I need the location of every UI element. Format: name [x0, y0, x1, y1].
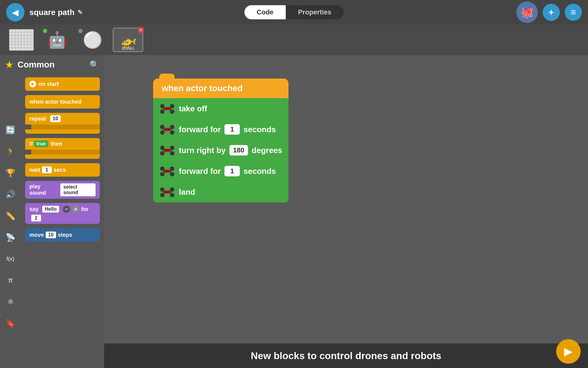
topbar: ◀ square path ✎ Code Properties 🐙 + ≡ [0, 0, 588, 25]
device-omo[interactable]: 🤖 [42, 28, 72, 52]
play-sound-label: play sound [29, 183, 58, 196]
device-sphero[interactable]: ⚪ [77, 28, 108, 52]
wait-value[interactable]: 1 [42, 167, 52, 173]
sphero-indicator [78, 29, 83, 33]
sidebar-item-variables[interactable]: ⚛ [0, 291, 21, 312]
block-when-actor-touched-label: when actor touched [29, 99, 81, 105]
stage-icon [9, 29, 34, 51]
sidebar-item-functions[interactable]: f(x) [0, 248, 21, 269]
canvas-area: when actor touched [104, 55, 588, 368]
hat-block-label: when actor touched [162, 83, 243, 93]
turn-suffix: degrees [252, 146, 282, 155]
say-plus-button[interactable]: + [72, 205, 79, 213]
omo-indicator [43, 29, 47, 33]
sidebar-icon-list: 🔄 🏃 🏆 🔊 ✏️ 📡 f(x) π ⚛ 🔖 [0, 120, 21, 368]
move-label: move [29, 232, 44, 238]
drone1-close-icon[interactable]: ✕ [138, 27, 144, 33]
device-bar: 🤖 ⚪ ✕ 🚁 drone1 [0, 25, 588, 55]
move-value[interactable]: 10 [46, 232, 56, 238]
forward2-label: forward for [179, 167, 221, 176]
wait-unit: secs [54, 167, 66, 173]
blocks-list: ▶ on start when actor touched repeat 10 … [21, 74, 104, 368]
drone-icon-forward1 [159, 123, 175, 136]
sidebar-item-pen[interactable]: ✏️ [0, 205, 21, 226]
block-repeat[interactable]: repeat 10 [25, 113, 100, 134]
repeat-top: repeat 10 [25, 113, 100, 125]
action-block-land[interactable]: land [153, 182, 288, 202]
say-value[interactable]: Hello [42, 206, 59, 213]
repeat-indent [31, 125, 100, 129]
hat-block-container: when actor touched [153, 74, 288, 98]
search-icon[interactable]: 🔍 [89, 60, 99, 70]
tab-properties[interactable]: Properties [286, 5, 344, 19]
action-block-turn[interactable]: turn right by 180 degrees [153, 140, 288, 161]
move-unit: steps [58, 232, 72, 238]
category-header: ★ Common 🔍 [0, 55, 104, 74]
block-move[interactable]: move 10 steps [25, 228, 100, 242]
sidebar-item-bookmark[interactable]: 🔖 [0, 313, 21, 334]
repeat-label: repeat [29, 116, 46, 122]
block-play-sound[interactable]: play sound select sound [25, 181, 100, 199]
action-block-takeoff[interactable]: take off [153, 98, 288, 119]
action-block-forward1[interactable]: forward for 1 seconds [153, 119, 288, 140]
project-name: square path [29, 8, 74, 17]
turn-label: turn right by [179, 146, 226, 155]
say-minus-button[interactable]: − [63, 205, 70, 213]
forward2-input[interactable]: 1 [224, 166, 240, 176]
mascot-avatar: 🐙 [516, 2, 538, 23]
repeat-value[interactable]: 10 [50, 115, 61, 122]
repeat-bottom [25, 129, 100, 134]
sphero-icon: ⚪ [83, 31, 103, 49]
sidebar-item-math[interactable]: π [0, 270, 21, 291]
category-label: Common [17, 60, 86, 70]
say-for-value[interactable]: 2 [31, 215, 41, 221]
sidebar-item-motion[interactable]: 🏃 [0, 141, 21, 162]
project-title: square path ✎ [29, 8, 83, 17]
hat-bump [159, 74, 175, 79]
block-say[interactable]: say Hello − + for 2 [25, 203, 100, 224]
if-indent [31, 150, 100, 155]
main-area: 🔄 🏃 🏆 🔊 ✏️ 📡 f(x) π ⚛ 🔖 ★ Common 🔍 ▶ on … [0, 55, 588, 368]
back-icon: ◀ [12, 7, 19, 17]
turn-input[interactable]: 180 [229, 145, 248, 155]
back-button[interactable]: ◀ [6, 3, 24, 21]
drone-icon-forward2 [159, 164, 175, 178]
wait-label: wait [29, 167, 40, 173]
device-stage[interactable] [6, 28, 37, 52]
drone1-label: drone1 [122, 46, 134, 51]
sidebar-item-sound[interactable]: 🔊 [0, 184, 21, 205]
block-on-start[interactable]: ▶ on start [25, 77, 100, 91]
sidebar-item-sensors[interactable]: 📡 [0, 227, 21, 248]
select-sound-dropdown[interactable]: select sound [60, 183, 96, 196]
action-block-forward2[interactable]: forward for 1 seconds [153, 161, 288, 182]
play-icon: ▶ [29, 81, 36, 87]
block-when-actor-touched[interactable]: when actor touched [25, 95, 100, 109]
tab-code[interactable]: Code [244, 5, 286, 19]
takeoff-label: take off [179, 104, 207, 113]
forward1-input[interactable]: 1 [224, 124, 240, 135]
block-if[interactable]: if true then [25, 138, 100, 159]
drone1-icon: 🚁 [120, 32, 137, 48]
then-label: then [51, 141, 62, 147]
forward2-suffix: seconds [243, 167, 276, 176]
top-right-controls: 🐙 + ≡ [516, 2, 582, 23]
forward1-label: forward for [179, 125, 221, 134]
star-icon[interactable]: ★ [5, 59, 14, 71]
if-true-val[interactable]: true [34, 140, 48, 147]
drone-icon-land [159, 185, 175, 199]
if-label: if [29, 141, 33, 147]
add-button[interactable]: + [543, 4, 560, 21]
edit-icon[interactable]: ✎ [77, 9, 83, 16]
sidebar-item-events[interactable]: 🏆 [0, 163, 21, 183]
menu-button[interactable]: ≡ [565, 4, 582, 21]
hat-block-when-actor-touched[interactable]: when actor touched [153, 79, 288, 98]
say-label: say [29, 206, 39, 213]
land-label: land [179, 187, 195, 197]
sidebar-item-loops[interactable]: 🔄 [0, 120, 21, 140]
bottom-bar: New blocks to control drones and robots [104, 343, 588, 368]
play-button[interactable]: ▶ [556, 339, 581, 364]
device-drone1[interactable]: ✕ 🚁 drone1 [113, 28, 143, 52]
if-bottom [25, 155, 100, 159]
block-wait[interactable]: wait 1 secs [25, 163, 100, 177]
omo-icon: 🤖 [47, 31, 67, 49]
